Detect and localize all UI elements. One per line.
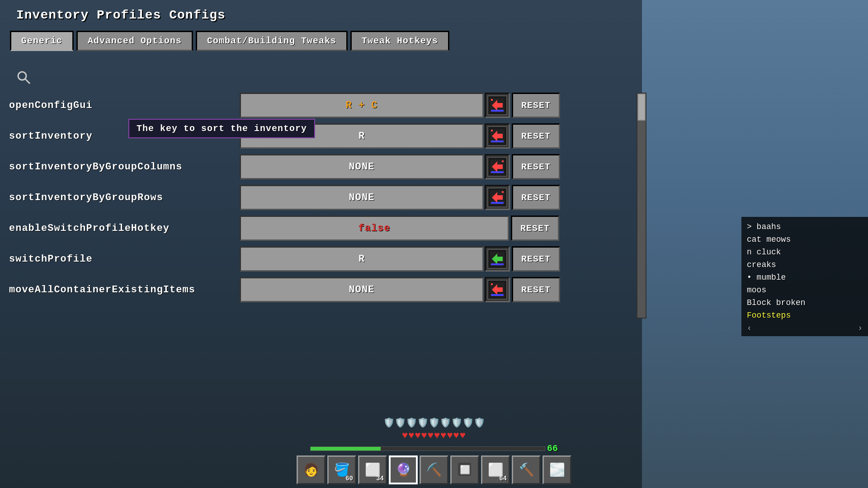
config-row-moveAllContainerExistingItems: moveAllContainerExistingItems NONE RESET: [9, 277, 624, 302]
xp-bar: [310, 446, 545, 451]
scrollbar-thumb[interactable]: [637, 94, 646, 121]
sound-list: > baahs cat meows n cluck creaks • mumbl…: [741, 217, 868, 336]
value-box-enableSwitchProfileHotkey[interactable]: false: [240, 216, 509, 241]
label-sortInventoryByGroupRows: sortInventoryByGroupRows: [9, 192, 240, 203]
value-text-sortInventoryByGroupRows: NONE: [349, 192, 375, 203]
slot-icon-0: 🧑: [303, 462, 319, 478]
hotbar-slot-5[interactable]: 🔲: [450, 455, 479, 484]
sound-item-1: cat meows: [747, 233, 863, 246]
hearts-row: ♥♥♥♥♥♥♥♥♥♥: [402, 430, 466, 441]
label-enableSwitchProfileHotkey: enableSwitchProfileHotkey: [9, 223, 240, 234]
hotbar-slot-6[interactable]: ⬜ 64: [481, 455, 510, 484]
config-row-sortInventory: sortInventory R RESET The key to sort th…: [9, 123, 624, 149]
hotbar: 🧑 🪣 60 ⬜ 34 🔮 ⛏️ 🔲 ⬜ 64: [297, 455, 571, 484]
slot-icon-4: ⛏️: [426, 462, 442, 478]
sound-prev[interactable]: ‹: [747, 324, 752, 333]
xp-level: 66: [547, 443, 558, 454]
value-box-sortInventoryByGroupColumns[interactable]: NONE: [240, 154, 484, 179]
hotbar-slot-8[interactable]: 🌫️: [542, 455, 571, 484]
svg-rect-17: [502, 191, 504, 193]
reset-btn-sortInventoryByGroupColumns[interactable]: RESET: [512, 154, 560, 179]
reset-btn-switchProfile[interactable]: RESET: [512, 246, 560, 272]
sound-next[interactable]: ›: [858, 324, 863, 333]
icon-btn-switchProfile[interactable]: [485, 246, 510, 272]
value-box-sortInventoryByGroupRows[interactable]: NONE: [240, 185, 484, 210]
slot-icon-7: 🔨: [519, 462, 534, 478]
value-box-moveAllContainerExistingItems[interactable]: NONE: [240, 277, 484, 302]
config-row-sortInventoryByGroupRows: sortInventoryByGroupRows NONE RESET: [9, 185, 624, 210]
value-text-openConfigGui: R + C: [345, 100, 377, 111]
reset-btn-sortInventoryByGroupRows[interactable]: RESET: [512, 185, 560, 210]
svg-rect-13: [502, 160, 504, 162]
svg-rect-16: [491, 202, 504, 204]
icon-btn-moveAllContainerExistingItems[interactable]: [485, 277, 510, 302]
icon-btn-sortInventory[interactable]: [485, 123, 510, 149]
hotbar-slot-0[interactable]: 🧑: [297, 455, 326, 484]
svg-line-1: [25, 79, 30, 84]
reset-btn-moveAllContainerExistingItems[interactable]: RESET: [512, 277, 560, 302]
svg-point-0: [18, 72, 26, 80]
svg-rect-9: [491, 130, 493, 131]
sound-item-4: • mumble: [747, 271, 863, 284]
value-box-sortInventory[interactable]: R: [240, 123, 484, 149]
label-switchProfile: switchProfile: [9, 253, 240, 265]
tab-advanced[interactable]: Advanced Options: [76, 31, 193, 51]
hotbar-slot-7[interactable]: 🔨: [512, 455, 541, 484]
svg-rect-20: [491, 263, 504, 265]
sound-item-6: Block broken: [747, 296, 863, 309]
slot-icon-5: 🔲: [457, 462, 473, 478]
config-list: openConfigGui R + C RESET sortInventory: [9, 93, 624, 308]
reset-btn-enableSwitchProfileHotkey[interactable]: RESET: [511, 216, 559, 241]
label-openConfigGui: openConfigGui: [9, 100, 240, 111]
page-title: Inventory Profiles Configs: [16, 8, 226, 22]
slot-count-2: 34: [376, 475, 384, 482]
icon-btn-sortInventoryByGroupColumns[interactable]: [485, 154, 510, 179]
search-icon[interactable]: [16, 70, 31, 88]
svg-rect-24: [491, 283, 493, 285]
scrollbar[interactable]: [637, 93, 646, 319]
label-moveAllContainerExistingItems: moveAllContainerExistingItems: [9, 284, 240, 296]
slot-icon-3: 🔮: [396, 462, 411, 478]
slot-icon-8: 🌫️: [549, 462, 565, 478]
slot-icon-6: ⬜: [488, 462, 504, 478]
icon-btn-openConfigGui[interactable]: [485, 93, 510, 118]
value-text-enableSwitchProfileHotkey: false: [358, 223, 390, 234]
ui-root: Inventory Profiles Configs Generic Advan…: [0, 0, 868, 488]
label-sortInventoryByGroupColumns: sortInventoryByGroupColumns: [9, 161, 240, 173]
config-row-enableSwitchProfileHotkey: enableSwitchProfileHotkey false RESET: [9, 216, 624, 241]
icon-btn-inner-sortInventory: [487, 126, 507, 146]
svg-rect-23: [491, 294, 504, 296]
reset-btn-sortInventory[interactable]: RESET: [512, 123, 560, 149]
icon-btn-inner-sortInventoryByGroupColumns: [487, 157, 507, 177]
slot-icon-1: 🪣: [334, 462, 350, 478]
hearts: ♥♥♥♥♥♥♥♥♥♥: [402, 430, 466, 441]
hud: 🛡️🛡️🛡️🛡️🛡️🛡️🛡️🛡️🛡️ ♥♥♥♥♥♥♥♥♥♥ 66 🧑 🪣 60 …: [0, 398, 868, 488]
icon-btn-inner-switchProfile: [487, 249, 507, 269]
sound-item-7: Footsteps: [747, 309, 863, 322]
reset-btn-openConfigGui[interactable]: RESET: [512, 93, 560, 118]
hotbar-slot-1[interactable]: 🪣 60: [327, 455, 356, 484]
value-box-openConfigGui[interactable]: R + C: [240, 93, 484, 118]
sound-item-0: > baahs: [747, 221, 863, 233]
sound-item-3: creaks: [747, 258, 863, 271]
svg-rect-5: [491, 99, 493, 101]
tab-bar: Generic Advanced Options Combat/Building…: [10, 31, 449, 51]
tab-hotkeys[interactable]: Tweak Hotkeys: [350, 31, 449, 51]
armor-icons: 🛡️🛡️🛡️🛡️🛡️🛡️🛡️🛡️🛡️: [383, 417, 485, 428]
icon-btn-inner-sortInventoryByGroupRows: [487, 188, 507, 207]
value-text-sortInventoryByGroupColumns: NONE: [349, 161, 375, 173]
svg-rect-8: [491, 141, 504, 142]
sound-item-5: moos: [747, 284, 863, 296]
tab-generic[interactable]: Generic: [10, 31, 74, 51]
hotbar-slot-3[interactable]: 🔮: [389, 455, 418, 484]
xp-fill: [311, 447, 381, 450]
value-box-switchProfile[interactable]: R: [240, 246, 484, 272]
value-text-sortInventory: R: [359, 131, 365, 142]
tab-combat[interactable]: Combat/Building Tweaks: [196, 31, 348, 51]
icon-btn-sortInventoryByGroupRows[interactable]: [485, 185, 510, 210]
config-row-openConfigGui: openConfigGui R + C RESET: [9, 93, 624, 118]
hotbar-slot-4[interactable]: ⛏️: [420, 455, 448, 484]
icon-btn-inner-moveAllContainerExistingItems: [487, 280, 507, 300]
slot-count-6: 64: [499, 475, 507, 482]
hotbar-slot-2[interactable]: ⬜ 34: [358, 455, 387, 484]
